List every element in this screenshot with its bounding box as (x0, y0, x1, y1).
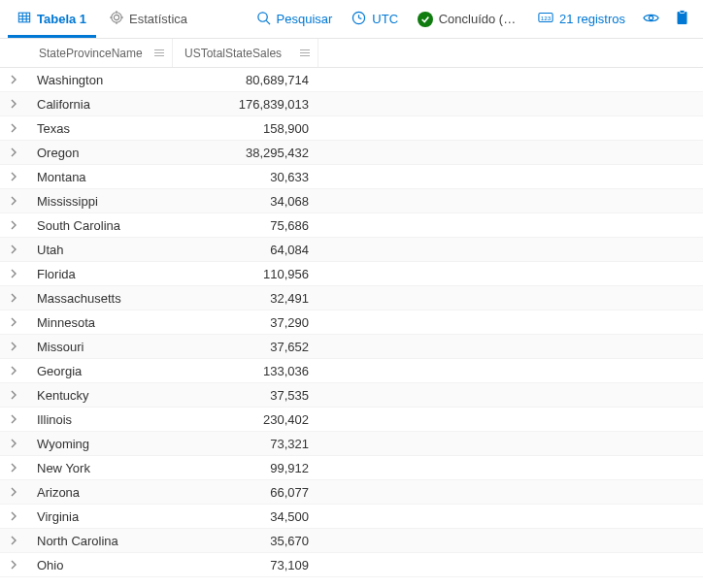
cell-state: Utah (27, 243, 173, 257)
svg-text:123: 123 (541, 15, 552, 21)
expand-row-button[interactable] (0, 269, 27, 278)
expand-row-button[interactable] (0, 487, 27, 497)
expand-row-button[interactable] (0, 414, 27, 424)
column-menu-icon[interactable] (154, 49, 164, 57)
cell-sales: 230,402 (173, 412, 318, 427)
table-row[interactable]: Arizona66,077 (0, 480, 703, 505)
cell-state: Missouri (27, 340, 173, 354)
table-row[interactable]: Florida110,956 (0, 262, 703, 286)
cell-sales: 64,084 (173, 243, 318, 257)
table-row[interactable]: Illinois230,402 (0, 408, 703, 432)
expand-row-button[interactable] (0, 560, 27, 570)
cell-sales: 37,290 (173, 315, 318, 330)
expand-row-button[interactable] (0, 75, 27, 84)
table-row[interactable]: North Carolina35,670 (0, 529, 703, 553)
expand-row-button[interactable] (0, 511, 27, 521)
cell-sales: 80,689,714 (173, 73, 318, 87)
cell-sales: 37,652 (173, 340, 318, 354)
expand-row-button[interactable] (0, 123, 27, 133)
expand-row-button[interactable] (0, 147, 27, 157)
cell-state: Virginia (27, 509, 173, 524)
cell-sales: 75,686 (173, 218, 318, 233)
cell-state: Kentucky (27, 388, 173, 403)
cell-state: North Carolina (27, 534, 173, 548)
status-label: Concluído (0... (439, 12, 519, 26)
status-button[interactable]: Concluído (0... (410, 0, 526, 38)
cell-sales: 37,535 (173, 388, 318, 403)
column-header-state[interactable]: StateProvinceName (27, 39, 173, 67)
tab-table-label: Tabela 1 (37, 12, 86, 26)
cell-sales: 32,491 (173, 291, 318, 306)
table-row[interactable]: Montana30,633 (0, 165, 703, 189)
cell-state: Georgia (27, 364, 173, 378)
cell-state: Massachusetts (27, 291, 173, 306)
table-row[interactable]: New York99,912 (0, 456, 703, 480)
expand-row-button[interactable] (0, 463, 27, 473)
cell-state: Wyoming (27, 437, 173, 451)
cell-sales: 30,633 (173, 170, 318, 184)
cell-state: Minnesota (27, 315, 173, 330)
table-row[interactable]: South Carolina75,686 (0, 213, 703, 238)
expand-row-button[interactable] (0, 366, 27, 376)
table-row[interactable]: Washington80,689,714 (0, 68, 703, 92)
table-body[interactable]: Washington80,689,714California176,839,01… (0, 68, 703, 588)
cell-state: New York (27, 461, 173, 475)
expand-row-button[interactable] (0, 245, 27, 254)
table-row[interactable]: Virginia34,500 (0, 505, 703, 529)
svg-point-6 (114, 15, 118, 19)
column-header-state-label: StateProvinceName (35, 47, 154, 60)
expand-row-button[interactable] (0, 390, 27, 400)
cell-sales: 34,500 (173, 509, 318, 524)
expand-row-button[interactable] (0, 220, 27, 230)
svg-point-18 (649, 16, 653, 19)
expand-row-button[interactable] (0, 293, 27, 303)
utc-button[interactable]: UTC (344, 0, 406, 38)
records-button[interactable]: 123 21 registros (530, 0, 633, 38)
cell-sales: 38,295,432 (173, 146, 318, 160)
table-row[interactable]: Georgia133,036 (0, 359, 703, 383)
visibility-button[interactable] (637, 0, 664, 38)
column-header-sales[interactable]: USTotalStateSales (173, 39, 318, 67)
cell-state: Illinois (27, 412, 173, 427)
svg-point-11 (257, 12, 266, 20)
search-label: Pesquisar (277, 12, 333, 26)
table-row[interactable]: Oregon38,295,432 (0, 141, 703, 165)
column-menu-icon[interactable] (300, 49, 310, 57)
cell-sales: 66,077 (173, 485, 318, 500)
table-row[interactable]: Missouri37,652 (0, 335, 703, 359)
tab-table[interactable]: Tabela 1 (8, 0, 96, 38)
cell-sales: 73,321 (173, 437, 318, 451)
expand-row-button[interactable] (0, 99, 27, 109)
expand-row-button[interactable] (0, 342, 27, 351)
table-row[interactable]: Wyoming73,321 (0, 432, 703, 456)
table-row[interactable]: Mississippi34,068 (0, 189, 703, 213)
table-row[interactable]: Kentucky37,535 (0, 383, 703, 408)
svg-rect-20 (680, 11, 685, 14)
tab-statistics[interactable]: Estatística (100, 0, 197, 38)
table-row[interactable]: Massachusetts32,491 (0, 286, 703, 310)
table-row[interactable]: Ohio73,109 (0, 553, 703, 577)
search-icon (256, 11, 271, 28)
svg-rect-0 (18, 13, 29, 22)
expand-row-button[interactable] (0, 439, 27, 448)
cell-state: Montana (27, 170, 173, 184)
cell-state: California (27, 97, 173, 112)
cell-sales: 99,912 (173, 461, 318, 475)
expand-row-button[interactable] (0, 317, 27, 327)
table-row[interactable]: Utah64,084 (0, 238, 703, 262)
clipboard-button[interactable] (668, 0, 695, 38)
expand-row-button[interactable] (0, 172, 27, 181)
expand-row-button[interactable] (0, 536, 27, 545)
search-button[interactable]: Pesquisar (249, 0, 341, 38)
expand-row-button[interactable] (0, 196, 27, 206)
cell-sales: 158,900 (173, 121, 318, 136)
number-box-icon: 123 (538, 12, 553, 26)
svg-point-5 (112, 13, 122, 23)
clock-icon (352, 11, 366, 28)
svg-line-15 (359, 17, 362, 18)
table-row[interactable]: Texas158,900 (0, 116, 703, 141)
table-row[interactable]: California176,839,013 (0, 92, 703, 116)
table-row[interactable]: Minnesota37,290 (0, 310, 703, 335)
check-circle-icon (418, 12, 433, 27)
table-icon (17, 11, 31, 27)
